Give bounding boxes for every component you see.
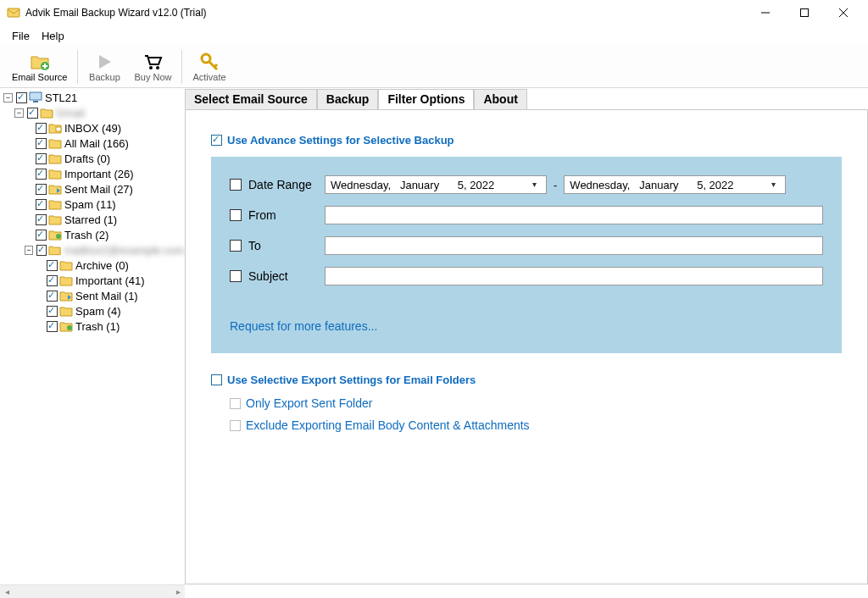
exclude-body-checkbox[interactable]: [230, 420, 241, 431]
scroll-track[interactable]: [14, 586, 171, 598]
subject-input[interactable]: [325, 267, 823, 285]
tree-folder-important2[interactable]: Important (41): [0, 273, 185, 288]
from-input[interactable]: [325, 206, 823, 224]
close-button[interactable]: [824, 0, 863, 25]
only-sent-checkbox[interactable]: [230, 398, 241, 409]
folder-icon: [59, 305, 73, 317]
tree-folder-drafts[interactable]: Drafts (0): [0, 151, 185, 166]
request-features-link[interactable]: Request for more features...: [230, 319, 823, 333]
tab-backup[interactable]: Backup: [317, 89, 379, 109]
collapse-toggle[interactable]: −: [25, 246, 33, 255]
folder-icon: [48, 198, 62, 210]
svg-point-10: [156, 66, 159, 69]
tab-select-source[interactable]: Select Email Source: [185, 89, 317, 109]
tree-checkbox[interactable]: [36, 245, 47, 256]
tree-folder-sentmail2[interactable]: Sent Mail (1): [0, 288, 185, 303]
folder-icon: [48, 152, 62, 164]
tree-checkbox[interactable]: [36, 184, 47, 195]
tree-checkbox[interactable]: [47, 260, 58, 271]
horizontal-scrollbar[interactable]: ◂ ▸: [0, 584, 185, 598]
buy-now-button[interactable]: Buy Now: [127, 47, 178, 87]
tree-folder-allmail[interactable]: All Mail (166): [0, 136, 185, 151]
tree-checkbox[interactable]: [16, 92, 27, 103]
exclude-body-label: Exclude Exporting Email Body Content & A…: [246, 418, 530, 432]
to-label: To: [248, 239, 325, 252]
tree-folder-starred[interactable]: Starred (1): [0, 212, 185, 227]
tab-about[interactable]: About: [474, 89, 526, 109]
folder-icon: [40, 107, 53, 119]
email-source-button[interactable]: Email Source: [5, 47, 74, 87]
toolbar-separator: [181, 50, 182, 84]
tree-checkbox[interactable]: [47, 275, 58, 286]
tree-folder-archive[interactable]: Archive (0): [0, 257, 185, 273]
tree-folder-sentmail[interactable]: Sent Mail (27): [0, 181, 185, 197]
from-checkbox[interactable]: [230, 209, 242, 221]
scroll-left-arrow[interactable]: ◂: [0, 587, 14, 596]
tree-checkbox[interactable]: [47, 291, 58, 302]
advance-settings-checkbox[interactable]: [211, 135, 222, 146]
menu-file[interactable]: File: [12, 30, 30, 42]
svg-rect-2: [801, 9, 809, 17]
tree-label: Spam (4): [75, 305, 120, 318]
maximize-button[interactable]: [785, 0, 824, 25]
to-checkbox[interactable]: [230, 240, 242, 252]
subject-checkbox[interactable]: [230, 270, 242, 282]
tree-folder-important[interactable]: Important (26): [0, 166, 185, 181]
activate-button[interactable]: Activate: [186, 47, 232, 87]
tree-checkbox[interactable]: [36, 199, 47, 210]
to-input[interactable]: [325, 236, 823, 255]
selective-export-checkbox[interactable]: [211, 374, 222, 385]
subject-label: Subject: [248, 269, 325, 283]
collapse-toggle[interactable]: −: [14, 108, 24, 118]
folder-icon: [59, 274, 73, 286]
folder-plus-icon: [30, 52, 50, 72]
tab-filter-options[interactable]: Filter Options: [378, 89, 474, 109]
filter-panel: Use Advance Settings for Selective Backu…: [185, 109, 868, 584]
tree-checkbox[interactable]: [27, 108, 38, 119]
tree-checkbox[interactable]: [47, 306, 58, 317]
computer-icon: [29, 91, 42, 103]
tree-account[interactable]: − mailbox2@example.com: [0, 242, 185, 257]
tree-label: Trash (2): [64, 229, 108, 241]
svg-point-17: [56, 234, 61, 239]
minimize-button[interactable]: [746, 0, 785, 25]
tree-label: Archive (0): [75, 259, 129, 272]
toolbar-label: Buy Now: [134, 72, 171, 82]
tree-folder-spam[interactable]: Spam (11): [0, 197, 185, 212]
date-range-checkbox[interactable]: [230, 179, 242, 191]
selective-export-label: Use Selective Export Settings for Email …: [227, 374, 476, 386]
tree-folder-spam2[interactable]: Spam (4): [0, 303, 185, 318]
folder-icon: [48, 168, 62, 180]
tree-checkbox[interactable]: [36, 123, 47, 134]
toolbar-label: Activate: [192, 72, 225, 82]
toolbar: Email Source Backup Buy Now Activate: [0, 46, 868, 88]
backup-button[interactable]: Backup: [81, 47, 127, 87]
tree-checkbox[interactable]: [36, 153, 47, 164]
tree-label: Starred (1): [64, 213, 117, 226]
tree-folder-trash2[interactable]: Trash (1): [0, 318, 185, 334]
folder-tree[interactable]: − STL21 − Gmail INBOX (49) All Mail (166…: [0, 88, 185, 584]
collapse-toggle[interactable]: −: [3, 93, 13, 102]
tree-checkbox[interactable]: [36, 214, 47, 225]
tree-label: INBOX (49): [64, 122, 121, 135]
tree-checkbox[interactable]: [47, 321, 58, 332]
menubar: File Help: [0, 25, 868, 46]
svg-point-18: [67, 325, 72, 330]
tree-checkbox[interactable]: [36, 169, 47, 180]
tree-checkbox[interactable]: [36, 230, 47, 241]
tree-root[interactable]: − STL21: [0, 90, 185, 105]
folder-icon: [48, 244, 61, 256]
tree-checkbox[interactable]: [36, 138, 47, 149]
folder-icon: [48, 137, 62, 149]
svg-rect-15: [33, 101, 38, 102]
date-range-label: Date Range: [248, 178, 325, 191]
date-from-picker[interactable]: Wednesday, January 5, 2022 ▾: [325, 175, 547, 194]
svg-point-9: [149, 66, 153, 69]
tree-folder-inbox[interactable]: INBOX (49): [0, 120, 185, 136]
date-to-picker[interactable]: Wednesday, January 5, 2022 ▾: [564, 175, 786, 194]
scroll-right-arrow[interactable]: ▸: [171, 587, 185, 596]
chevron-down-icon: ▾: [771, 180, 782, 190]
menu-help[interactable]: Help: [42, 30, 64, 42]
tree-account[interactable]: − Gmail: [0, 105, 185, 120]
tree-folder-trash[interactable]: Trash (2): [0, 227, 185, 242]
